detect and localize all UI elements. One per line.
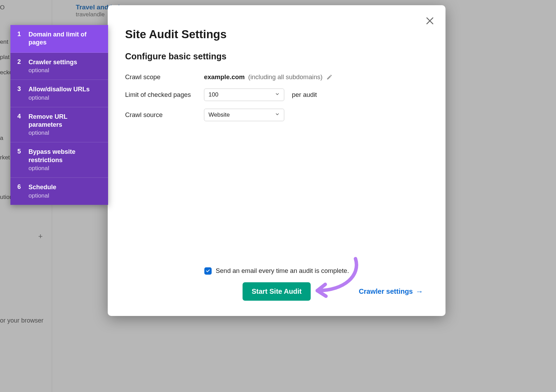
wizard-steps-sidebar: 1 Domain and limit of pages 2 Crawler se… — [10, 25, 108, 205]
modal-title: Site Audit Settings — [125, 28, 428, 41]
per-audit-label: per audit — [292, 91, 317, 99]
start-site-audit-button[interactable]: Start Site Audit — [243, 282, 311, 301]
crawl-source-label: Crawl source — [125, 111, 204, 119]
crawler-settings-link[interactable]: Crawler settings → — [359, 287, 423, 296]
wizard-step-sub: optional — [28, 67, 77, 74]
close-icon — [425, 16, 434, 25]
crawl-scope-hint: (including all subdomains) — [248, 73, 322, 81]
wizard-step-3[interactable]: 3 Allow/disallow URLs optional — [10, 80, 108, 107]
wizard-step-label: Domain and limit of pages — [28, 31, 103, 47]
crawl-source-select[interactable]: Website — [204, 109, 284, 121]
wizard-step-1[interactable]: 1 Domain and limit of pages — [10, 25, 108, 53]
pencil-icon — [326, 74, 333, 80]
limit-pages-value: 100 — [208, 91, 218, 98]
wizard-step-label: Crawler settings — [28, 58, 77, 66]
limit-pages-select[interactable]: 100 — [204, 89, 284, 101]
crawl-scope-domain: example.com — [204, 73, 245, 81]
wizard-step-5[interactable]: 5 Bypass website restrictions optional — [10, 142, 108, 178]
wizard-step-label: Allow/disallow URLs — [28, 85, 90, 93]
wizard-step-label: Remove URL parameters — [28, 113, 103, 129]
limit-pages-row: Limit of checked pages 100 per audit — [125, 89, 428, 101]
edit-crawl-scope-button[interactable] — [326, 74, 333, 81]
modal-subtitle: Configure basic settings — [125, 51, 428, 61]
close-button[interactable] — [423, 14, 437, 28]
wizard-step-sub: optional — [28, 165, 103, 172]
limit-pages-label: Limit of checked pages — [125, 91, 204, 99]
chevron-down-icon — [275, 111, 280, 118]
wizard-step-label: Schedule — [28, 183, 56, 191]
site-audit-settings-modal: Site Audit Settings Configure basic sett… — [108, 5, 445, 316]
crawl-scope-label: Crawl scope — [125, 73, 204, 81]
wizard-step-6[interactable]: 6 Schedule optional — [10, 178, 108, 205]
wizard-step-sub: optional — [28, 192, 56, 199]
email-notification-label: Send an email every time an audit is com… — [216, 267, 349, 275]
check-icon — [205, 268, 210, 273]
wizard-step-label: Bypass website restrictions — [28, 148, 103, 164]
wizard-step-sub: optional — [28, 130, 103, 136]
crawler-settings-link-label: Crawler settings — [359, 287, 413, 295]
arrow-right-icon: → — [416, 287, 423, 296]
crawl-source-row: Crawl source Website — [125, 109, 428, 121]
wizard-step-sub: optional — [28, 94, 90, 101]
crawl-scope-row: Crawl scope example.com (including all s… — [125, 73, 428, 81]
email-notification-checkbox[interactable] — [204, 267, 212, 275]
wizard-step-2[interactable]: 2 Crawler settings optional — [10, 53, 108, 80]
wizard-step-4[interactable]: 4 Remove URL parameters optional — [10, 107, 108, 143]
chevron-down-icon — [275, 91, 280, 98]
crawl-source-value: Website — [208, 111, 230, 118]
